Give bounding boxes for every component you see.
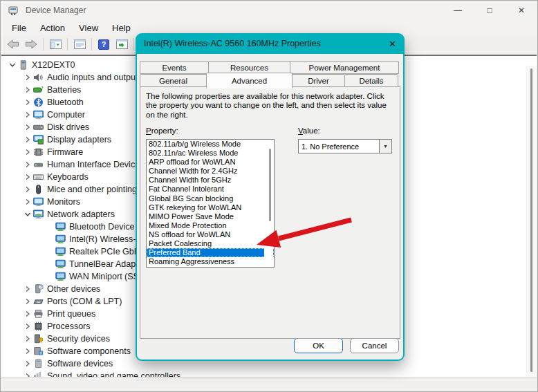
tree-item-label: Human Interface Device — [47, 160, 140, 169]
help-icon[interactable]: ? — [95, 37, 113, 52]
dialog-description: The following properties are available f… — [146, 92, 393, 120]
property-item[interactable]: Global BG Scan blocking — [147, 194, 274, 203]
maximize-button[interactable]: □ — [474, 1, 505, 20]
port-icon — [33, 297, 45, 306]
tree-item-label: Processors — [47, 321, 91, 331]
disk-icon — [33, 122, 45, 132]
tree-item-label: Other devices — [47, 284, 100, 294]
tree-scrollbar-thumb[interactable] — [530, 68, 532, 372]
chevron-right-icon[interactable] — [22, 310, 33, 318]
tab-general[interactable]: General — [140, 74, 207, 87]
monitor-icon — [33, 110, 45, 120]
property-item[interactable]: NS offload for WoWLAN — [147, 230, 274, 239]
menu-view[interactable]: View — [72, 21, 105, 35]
tree-item-label: Bluetooth — [47, 97, 84, 107]
property-item[interactable]: Mixed Mode Protection — [147, 221, 274, 230]
maximize-icon: □ — [487, 6, 492, 15]
chevron-right-icon[interactable] — [22, 347, 33, 355]
chevron-right-icon[interactable] — [22, 160, 33, 169]
chevron-right-icon[interactable] — [22, 185, 33, 194]
printer-icon — [33, 309, 45, 319]
value-dropdown-selected: 1. No Preference — [299, 142, 359, 151]
network-icon — [33, 209, 45, 219]
tree-item-label: Disk drives — [47, 122, 89, 132]
tab-advanced[interactable]: Advanced — [206, 73, 293, 88]
advanced-tab-panel: The following properties are available f… — [140, 86, 400, 339]
dropdown-arrow-icon[interactable]: ▼ — [379, 140, 391, 153]
property-item[interactable]: GTK rekeying for WoWLAN — [147, 203, 274, 212]
svg-text:?: ? — [102, 40, 106, 48]
chevron-down-icon[interactable] — [7, 61, 18, 69]
chevron-right-icon[interactable] — [22, 123, 33, 131]
back-icon[interactable] — [4, 37, 22, 52]
listbox-scrollbar[interactable] — [264, 140, 273, 266]
keyboard-icon — [33, 172, 45, 182]
forward-icon[interactable] — [22, 37, 40, 52]
property-item[interactable]: Fat Channel Intolerant — [147, 185, 274, 194]
cancel-button[interactable]: Cancel — [350, 338, 399, 353]
dialog-body: EventsResourcesPower Management GeneralA… — [137, 54, 403, 360]
battery-icon — [33, 85, 45, 95]
menu-action[interactable]: Action — [33, 21, 72, 35]
chevron-right-icon[interactable] — [22, 198, 33, 206]
chevron-right-icon[interactable] — [22, 73, 33, 82]
menu-file[interactable]: File — [5, 21, 33, 35]
property-listbox[interactable]: 802.11a/b/g Wireless Mode802.11n/ac Wire… — [146, 139, 275, 268]
chevron-right-icon[interactable] — [22, 360, 33, 368]
tree-item-label: Bluetooth Device (P — [69, 222, 145, 232]
mouse-icon — [33, 185, 45, 194]
chevron-right-icon[interactable] — [22, 297, 33, 306]
chevron-down-icon[interactable] — [22, 210, 33, 218]
component-icon — [33, 346, 45, 356]
chevron-right-icon[interactable] — [22, 86, 33, 94]
value-dropdown[interactable]: 1. No Preference ▼ — [298, 139, 392, 153]
property-item[interactable]: Channel Width for 2.4GHz — [147, 167, 274, 176]
tree-scrollbar[interactable] — [526, 66, 537, 377]
chevron-right-icon[interactable] — [22, 111, 33, 119]
value-label: Value: — [298, 127, 320, 135]
chevron-right-icon[interactable] — [22, 335, 33, 343]
close-icon: ✕ — [518, 6, 525, 15]
listbox-scrollbar-thumb[interactable] — [269, 149, 271, 221]
tree-item-label: Network adapters — [47, 209, 115, 219]
property-item[interactable]: Channel Width for 5GHz — [147, 176, 274, 185]
property-item[interactable]: Preferred Band — [147, 248, 274, 257]
tab-driver[interactable]: Driver — [292, 74, 345, 87]
property-item[interactable]: 802.11n/ac Wireless Mode — [147, 149, 274, 158]
property-item[interactable]: MIMO Power Save Mode — [147, 212, 274, 221]
pc-icon — [18, 60, 30, 70]
tab-details[interactable]: Details — [344, 74, 398, 87]
chevron-right-icon[interactable] — [22, 136, 33, 144]
chevron-right-icon[interactable] — [22, 98, 33, 106]
export-list-icon[interactable] — [113, 37, 131, 52]
property-item[interactable]: ARP offload for WoWLAN — [147, 158, 274, 167]
tab-events[interactable]: Events — [140, 61, 209, 74]
property-item[interactable]: Packet Coalescing — [147, 239, 274, 248]
adapter-icon — [55, 259, 67, 269]
menu-help[interactable]: Help — [105, 21, 138, 35]
close-button[interactable]: ✕ — [505, 1, 537, 20]
properties-icon[interactable] — [71, 37, 89, 52]
chevron-right-icon[interactable] — [22, 322, 33, 330]
console-tree-icon[interactable] — [46, 37, 64, 52]
display-icon — [33, 135, 45, 144]
minimize-button[interactable]: — — [442, 1, 474, 20]
tree-item-label: Batteries — [47, 85, 81, 95]
tree-item-label: Software devices — [47, 359, 113, 368]
tree-item-label: Security devices — [47, 334, 110, 344]
property-item[interactable]: Roaming Aggressiveness — [147, 257, 274, 266]
monitor-icon — [33, 197, 45, 207]
bluetooth-icon — [33, 97, 45, 107]
chevron-right-icon[interactable] — [22, 285, 33, 293]
chevron-right-icon[interactable] — [22, 173, 33, 181]
tab-power-management[interactable]: Power Management — [290, 61, 399, 74]
tree-item-label: Mice and other pointing — [47, 185, 137, 194]
property-item[interactable]: 802.11a/b/g Wireless Mode — [147, 140, 274, 149]
chevron-right-icon[interactable] — [22, 148, 33, 156]
tree-item-label: Firmware — [47, 147, 83, 157]
dialog-close-button[interactable]: ✕ — [389, 39, 396, 49]
ok-button[interactable]: OK — [294, 338, 343, 353]
hid-icon — [33, 160, 45, 169]
chip-icon — [33, 147, 45, 157]
adapter-icon — [55, 272, 67, 281]
